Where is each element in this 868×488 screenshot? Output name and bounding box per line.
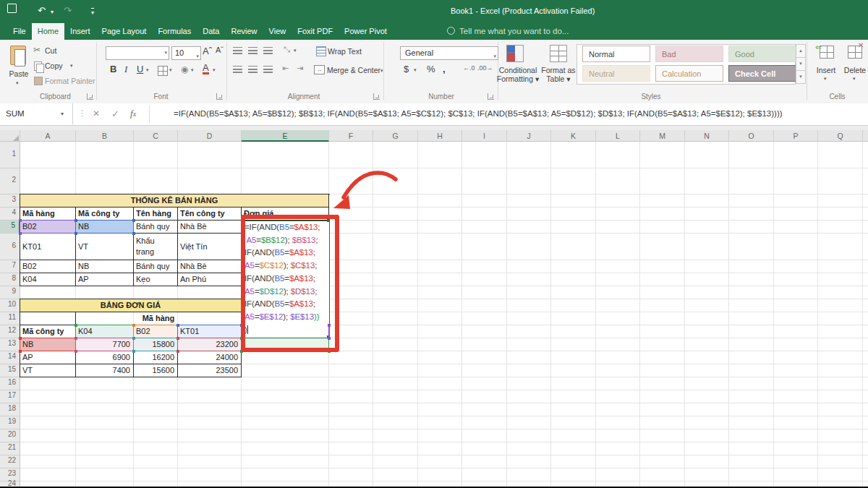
wrap-text-label[interactable]: Wrap Text bbox=[328, 47, 362, 56]
style-chip-calculation[interactable]: Calculation bbox=[655, 65, 723, 82]
cell-D4[interactable]: Tên công ty bbox=[178, 207, 242, 221]
orientation-dropdown-icon[interactable]: ▾ bbox=[294, 48, 297, 53]
style-chip-normal[interactable]: Normal bbox=[582, 46, 650, 62]
row-header-8[interactable]: 8 bbox=[0, 273, 20, 286]
col-header-E[interactable]: E bbox=[242, 130, 329, 142]
col-header-G[interactable]: G bbox=[373, 130, 418, 142]
tab-view[interactable]: View bbox=[263, 23, 292, 40]
col-header-D[interactable]: D bbox=[178, 130, 242, 142]
row-header-6[interactable]: 6 bbox=[0, 234, 20, 260]
row-header-5[interactable]: 5 bbox=[0, 221, 20, 234]
delete-dropdown-icon[interactable]: ▾ bbox=[853, 76, 856, 82]
currency-icon[interactable]: $ bbox=[404, 64, 409, 74]
qat-customize-icon[interactable]: ▾ bbox=[91, 8, 94, 16]
col-header-B[interactable]: B bbox=[76, 130, 134, 142]
copy-dropdown-icon[interactable]: ▾ bbox=[70, 63, 73, 69]
cell-B14[interactable]: 6900 bbox=[76, 351, 134, 364]
delete-label[interactable]: Delete bbox=[842, 66, 868, 74]
col-header-N[interactable]: N bbox=[685, 130, 729, 142]
increase-decimal-icon[interactable]: ←.0 bbox=[463, 64, 475, 72]
col-header-L[interactable]: L bbox=[596, 130, 640, 142]
cell-D6[interactable]: Việt Tín bbox=[178, 234, 242, 260]
decrease-decimal-icon[interactable]: .00→ bbox=[477, 64, 493, 72]
cell-B8[interactable]: AP bbox=[76, 273, 134, 286]
format-as-table-label2[interactable]: Table ▾ bbox=[540, 74, 577, 83]
cell-C4[interactable]: Tên hàng bbox=[134, 207, 178, 221]
borders-icon[interactable] bbox=[158, 66, 168, 76]
paste-label[interactable]: Paste bbox=[6, 69, 32, 78]
orientation-icon[interactable]: ⤡ bbox=[284, 45, 290, 54]
col-header-O[interactable]: O bbox=[729, 130, 774, 142]
align-bottom-icon[interactable] bbox=[263, 47, 273, 55]
row-header-2[interactable]: 2 bbox=[0, 168, 20, 194]
format-as-table-label1[interactable]: Format as bbox=[540, 66, 577, 74]
row-header-7[interactable]: 7 bbox=[0, 260, 20, 273]
cell-A12[interactable]: Mã công ty bbox=[20, 325, 76, 338]
tab-review[interactable]: Review bbox=[225, 23, 263, 40]
row-header-1[interactable]: 1 bbox=[0, 142, 20, 168]
cell-A4[interactable]: Mã hàng bbox=[20, 207, 76, 221]
conditional-formatting-icon[interactable] bbox=[506, 45, 524, 62]
undo-icon[interactable]: ↶ bbox=[38, 5, 46, 16]
increase-font-icon[interactable]: Aˆ bbox=[203, 46, 212, 56]
cut-label[interactable]: Cut bbox=[45, 46, 56, 55]
cell-B4[interactable]: Mã công ty bbox=[76, 207, 134, 221]
borders-dropdown-icon[interactable]: ▾ bbox=[169, 67, 172, 73]
tab-file[interactable]: File bbox=[7, 23, 32, 40]
col-header-A[interactable]: A bbox=[20, 130, 76, 142]
col-header-F[interactable]: F bbox=[329, 130, 373, 142]
gallery-up-icon[interactable]: ▲ bbox=[796, 44, 806, 58]
dialog-launcher-icon[interactable] bbox=[216, 93, 223, 100]
cell-A8[interactable]: K04 bbox=[20, 273, 76, 286]
paste-dropdown-icon[interactable]: ▾ bbox=[16, 80, 19, 86]
merge-center-icon[interactable]: ↔ bbox=[314, 65, 325, 74]
align-right-icon[interactable] bbox=[263, 66, 273, 74]
formula-bar-input[interactable]: =IF(AND(B5=$A$13; A5=$B$12); $B$13; IF(A… bbox=[174, 109, 783, 118]
tab-data[interactable]: Data bbox=[197, 23, 225, 40]
cell-A11[interactable] bbox=[20, 312, 76, 325]
cell-B6[interactable]: VT bbox=[76, 234, 134, 260]
decrease-indent-icon[interactable]: ⇤ bbox=[282, 64, 289, 73]
currency-dropdown-icon[interactable]: ▾ bbox=[414, 67, 417, 73]
merge-center-dropdown-icon[interactable]: ▾ bbox=[380, 68, 383, 74]
fill-color-icon[interactable]: ◉ bbox=[181, 64, 188, 74]
cell-A15[interactable]: VT bbox=[20, 364, 76, 377]
align-left-icon[interactable] bbox=[233, 66, 242, 74]
cell-D15[interactable]: 23500 bbox=[178, 364, 242, 377]
italic-button[interactable]: I bbox=[124, 64, 127, 75]
tab-home[interactable]: Home bbox=[32, 23, 64, 40]
font-size-combo[interactable]: 10▾ bbox=[171, 46, 201, 60]
font-name-combo[interactable]: ▾ bbox=[106, 46, 169, 60]
dialog-launcher-icon[interactable] bbox=[373, 93, 380, 100]
fill-dropdown-icon[interactable]: ▾ bbox=[191, 67, 194, 73]
cell-A10[interactable]: BẢNG ĐƠN GIÁ bbox=[20, 299, 242, 312]
conditional-formatting-label2[interactable]: Formatting ▾ bbox=[495, 74, 541, 83]
undo-dropdown-icon[interactable]: ▾ bbox=[51, 9, 54, 15]
comma-icon[interactable]: , bbox=[443, 64, 446, 74]
col-header-J[interactable]: J bbox=[507, 130, 551, 142]
decrease-font-icon[interactable]: Aˇ bbox=[216, 46, 224, 54]
row-header-4[interactable]: 4 bbox=[0, 207, 20, 221]
format-painter-icon[interactable] bbox=[34, 77, 43, 85]
underline-dropdown-icon[interactable]: ▾ bbox=[146, 67, 149, 73]
align-top-icon[interactable] bbox=[233, 47, 242, 55]
tab-formulas[interactable]: Formulas bbox=[152, 23, 197, 40]
dialog-launcher-icon[interactable] bbox=[488, 93, 494, 100]
cell-D8[interactable]: An Phú bbox=[178, 273, 242, 286]
cell-C6[interactable]: Khẩu trang bbox=[134, 234, 178, 260]
cell-D7[interactable]: Nhà Bè bbox=[178, 260, 242, 273]
tab-power-pivot[interactable]: Power Pivot bbox=[339, 23, 393, 40]
cut-icon[interactable]: ✂ bbox=[33, 45, 41, 55]
tab-insert[interactable]: Insert bbox=[64, 23, 96, 40]
name-box-dropdown-icon[interactable]: ▾ bbox=[61, 111, 64, 117]
insert-dropdown-icon[interactable]: ▾ bbox=[824, 76, 827, 82]
font-color-dropdown-icon[interactable]: ▾ bbox=[213, 67, 216, 73]
format-as-table-icon[interactable] bbox=[550, 45, 567, 62]
style-chip-neutral[interactable]: Neutral bbox=[582, 65, 650, 82]
increase-indent-icon[interactable]: ⇥ bbox=[297, 64, 303, 73]
style-chip-good[interactable]: Good bbox=[728, 46, 796, 62]
save-icon[interactable] bbox=[7, 4, 17, 15]
cell-A7[interactable]: B02 bbox=[20, 260, 76, 273]
cancel-icon[interactable]: ✕ bbox=[93, 108, 100, 119]
conditional-formatting-label1[interactable]: Conditional bbox=[495, 66, 541, 74]
